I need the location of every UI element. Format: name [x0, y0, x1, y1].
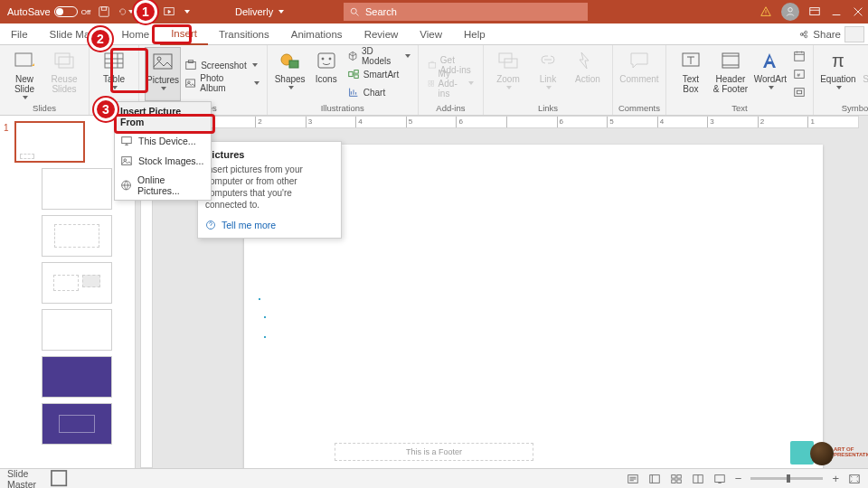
menu-item-stock-images[interactable]: Stock Images... [115, 151, 211, 171]
svg-rect-14 [186, 80, 195, 87]
autosave-toggle[interactable]: AutoSave Off [7, 6, 90, 17]
ribbon-display-icon[interactable] [808, 5, 821, 18]
svg-rect-17 [289, 61, 298, 68]
svg-point-4 [788, 8, 793, 13]
normal-view-icon[interactable] [648, 473, 661, 485]
svg-rect-30 [505, 59, 517, 68]
footer-placeholder[interactable]: This is a Footer [335, 443, 533, 461]
notes-button[interactable] [627, 473, 639, 485]
link-button[interactable]: Link [529, 47, 567, 101]
svg-rect-51 [672, 479, 675, 483]
tab-insert[interactable]: Insert [160, 24, 208, 45]
minimize-icon[interactable] [830, 5, 843, 18]
chart-button[interactable]: Chart [345, 83, 412, 101]
toggle-pill[interactable] [54, 6, 78, 17]
layout-thumbnail-6[interactable] [42, 403, 112, 445]
smartart-button[interactable]: SmartArt [345, 65, 412, 83]
layout-thumbnail-3[interactable] [42, 262, 112, 304]
ribbon-tabs: File Slide Master Home Insert Transition… [0, 23, 868, 45]
photo-album-button[interactable]: Photo Album [183, 74, 260, 92]
reading-view-icon[interactable] [692, 473, 704, 485]
slideshow-view-icon[interactable] [713, 473, 726, 485]
tab-animations[interactable]: Animations [280, 23, 354, 44]
menu-item-this-device[interactable]: This Device... [115, 131, 211, 151]
svg-rect-33 [795, 52, 805, 61]
search-box[interactable] [344, 3, 588, 21]
action-button[interactable]: Action [569, 47, 607, 101]
zoom-button[interactable]: Zoom [489, 47, 527, 101]
new-slide-button[interactable]: New Slide [5, 47, 43, 101]
object-button[interactable] [791, 83, 807, 101]
close-icon[interactable] [852, 5, 864, 18]
start-slideshow-icon[interactable] [161, 4, 177, 20]
svg-text:#: # [797, 71, 800, 78]
slide-number-button[interactable]: # [791, 65, 807, 83]
svg-rect-21 [348, 71, 352, 76]
svg-rect-0 [99, 7, 109, 17]
svg-rect-49 [672, 474, 675, 478]
pictures-button[interactable]: Pictures [145, 47, 181, 101]
annotation-1: 1 [134, 0, 157, 23]
share-button[interactable]: Share [798, 29, 841, 40]
menu-item-online-pictures[interactable]: Online Pictures... [115, 171, 211, 200]
shapes-button[interactable]: Shapes [273, 47, 307, 101]
search-icon [349, 6, 360, 17]
qat-customize-icon[interactable] [184, 10, 190, 14]
3d-models-button[interactable]: 3D Models [345, 47, 412, 65]
my-addins-button[interactable]: My Add-ins [426, 74, 476, 92]
equation-button[interactable]: πEquation [819, 47, 857, 101]
layout-thumbnail-1[interactable] [42, 168, 112, 210]
icons-button[interactable]: Icons [309, 47, 344, 101]
undo-icon[interactable] [118, 4, 134, 20]
group-links: Zoom Link Action Links [484, 45, 613, 115]
screenshot-button[interactable]: Screenshot [183, 56, 260, 74]
online-pictures-icon [120, 179, 132, 192]
master-index: 1 [4, 123, 9, 133]
account-icon[interactable] [781, 3, 799, 21]
zoom-out-button[interactable]: − [735, 472, 742, 485]
svg-rect-36 [795, 89, 805, 97]
svg-rect-29 [499, 53, 512, 62]
date-time-button[interactable] [791, 47, 807, 65]
monitor-icon [120, 135, 133, 147]
zoom-slider[interactable] [750, 477, 823, 480]
svg-rect-41 [122, 137, 132, 144]
tab-transitions[interactable]: Transitions [208, 23, 280, 44]
tell-me-more-link[interactable]: Tell me more [205, 220, 334, 230]
svg-rect-32 [722, 53, 739, 68]
layout-thumbnail-2[interactable] [42, 215, 112, 257]
tab-view[interactable]: View [409, 23, 453, 44]
tab-home[interactable]: Home [118, 23, 160, 44]
svg-point-3 [351, 8, 356, 14]
group-addins: Get Add-ins My Add-ins Add-ins [419, 45, 484, 115]
tab-help[interactable]: Help [453, 23, 496, 44]
dropdown-header: Insert Picture From [115, 102, 211, 131]
tab-file[interactable]: File [0, 23, 39, 44]
comment-button[interactable]: Comment [620, 47, 658, 101]
title-bar: AutoSave Off Deliverly [0, 0, 868, 23]
comments-pane-toggle[interactable] [844, 26, 864, 42]
header-footer-button[interactable]: Header & Footer [712, 47, 750, 101]
wordart-button[interactable]: WordArt [751, 47, 789, 101]
sorter-view-icon[interactable] [670, 473, 683, 485]
warning-icon[interactable] [760, 5, 772, 18]
table-button[interactable]: Table [95, 47, 133, 101]
zoom-in-button[interactable]: + [832, 472, 839, 485]
svg-rect-10 [154, 54, 172, 69]
symbol-button[interactable]: ΩSymbol [859, 47, 868, 101]
tab-review[interactable]: Review [354, 23, 410, 44]
accessibility-icon[interactable] [47, 466, 71, 488]
svg-point-20 [329, 58, 331, 60]
layout-thumbnail-5[interactable] [42, 356, 112, 398]
fit-to-window-icon[interactable] [848, 473, 861, 485]
tooltip-title: Pictures [205, 149, 334, 160]
master-thumbnail[interactable] [14, 121, 85, 163]
textbox-button[interactable]: Text Box [672, 47, 710, 101]
svg-rect-52 [677, 479, 681, 483]
save-icon[interactable] [96, 4, 112, 20]
document-title[interactable]: Deliverly [235, 6, 284, 17]
search-input[interactable] [365, 6, 582, 17]
layout-thumbnail-4[interactable] [42, 309, 112, 351]
svg-rect-54 [715, 474, 725, 482]
stock-images-icon [120, 155, 133, 167]
